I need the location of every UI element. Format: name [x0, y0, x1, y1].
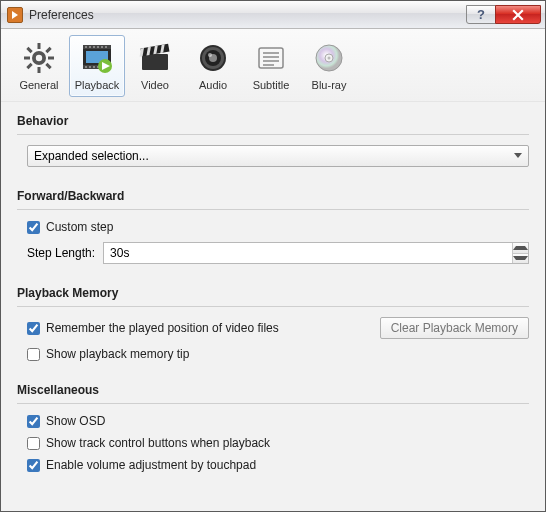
divider: [17, 306, 529, 307]
spinner-down-button[interactable]: [513, 253, 528, 264]
svg-point-9: [36, 55, 42, 61]
track-buttons-checkbox[interactable]: [27, 437, 40, 450]
divider: [17, 134, 529, 135]
tab-audio[interactable]: Audio: [185, 35, 241, 97]
close-icon: [512, 9, 524, 21]
step-length-value: 30s: [110, 246, 129, 260]
app-icon: [7, 7, 23, 23]
film-play-icon: [79, 40, 115, 76]
track-buttons-label: Show track control buttons when playback: [46, 436, 270, 450]
help-icon: ?: [477, 7, 485, 22]
svg-point-45: [328, 57, 331, 60]
touchpad-label: Enable volume adjustment by touchpad: [46, 458, 256, 472]
remember-position-checkbox[interactable]: [27, 322, 40, 335]
content-pane: Behavior Expanded selection... Forward/B…: [1, 102, 545, 480]
svg-rect-16: [97, 46, 99, 48]
svg-rect-27: [142, 54, 168, 70]
behavior-dropdown[interactable]: Expanded selection...: [27, 145, 529, 167]
touchpad-checkbox[interactable]: [27, 459, 40, 472]
show-tip-checkbox[interactable]: [27, 348, 40, 361]
subtitle-icon: [253, 40, 289, 76]
tab-bluray[interactable]: Blu-ray: [301, 35, 357, 97]
section-forward-heading: Forward/Backward: [17, 189, 529, 203]
tab-label: Audio: [199, 79, 227, 91]
tab-general[interactable]: General: [11, 35, 67, 97]
svg-rect-5: [26, 47, 32, 53]
svg-rect-15: [93, 46, 95, 48]
section-behavior-heading: Behavior: [17, 114, 529, 128]
help-button[interactable]: ?: [466, 5, 496, 24]
svg-rect-18: [105, 46, 107, 48]
close-button[interactable]: [495, 5, 541, 24]
svg-rect-14: [89, 46, 91, 48]
svg-rect-8: [45, 63, 51, 69]
preferences-window: Preferences ? General Playback Video: [0, 0, 546, 512]
tab-video[interactable]: Video: [127, 35, 183, 97]
tab-playback[interactable]: Playback: [69, 35, 125, 97]
divider: [17, 209, 529, 210]
tab-toolbar: General Playback Video Audio Subtitle: [1, 29, 545, 102]
custom-step-checkbox[interactable]: [27, 221, 40, 234]
spinner-up-button[interactable]: [513, 243, 528, 253]
section-misc-heading: Miscellaneous: [17, 383, 529, 397]
svg-rect-2: [38, 67, 41, 73]
svg-rect-6: [45, 47, 51, 53]
titlebar[interactable]: Preferences ?: [1, 1, 545, 29]
custom-step-label: Custom step: [46, 220, 113, 234]
tab-subtitle[interactable]: Subtitle: [243, 35, 299, 97]
step-length-label: Step Length:: [27, 246, 95, 260]
svg-point-37: [208, 53, 212, 57]
gear-icon: [21, 40, 57, 76]
step-length-spinner: [512, 243, 528, 263]
svg-rect-21: [93, 66, 95, 68]
clapper-icon: [137, 40, 173, 76]
tab-label: General: [19, 79, 58, 91]
svg-rect-3: [24, 57, 30, 60]
chevron-down-icon: [514, 153, 522, 158]
svg-rect-13: [85, 46, 87, 48]
speaker-icon: [195, 40, 231, 76]
svg-rect-20: [89, 66, 91, 68]
svg-rect-1: [38, 43, 41, 49]
step-length-input[interactable]: 30s: [103, 242, 529, 264]
show-osd-checkbox[interactable]: [27, 415, 40, 428]
svg-rect-4: [48, 57, 54, 60]
svg-rect-17: [101, 46, 103, 48]
tab-label: Video: [141, 79, 169, 91]
disc-icon: [311, 40, 347, 76]
section-memory-heading: Playback Memory: [17, 286, 529, 300]
show-osd-label: Show OSD: [46, 414, 105, 428]
divider: [17, 403, 529, 404]
clear-memory-button[interactable]: Clear Playback Memory: [380, 317, 529, 339]
remember-position-label: Remember the played position of video fi…: [46, 321, 279, 335]
svg-rect-7: [26, 63, 32, 69]
svg-rect-19: [85, 66, 87, 68]
tab-label: Subtitle: [253, 79, 290, 91]
dropdown-value: Expanded selection...: [34, 149, 149, 163]
window-title: Preferences: [29, 8, 94, 22]
tab-label: Playback: [75, 79, 120, 91]
show-tip-label: Show playback memory tip: [46, 347, 189, 361]
tab-label: Blu-ray: [312, 79, 347, 91]
